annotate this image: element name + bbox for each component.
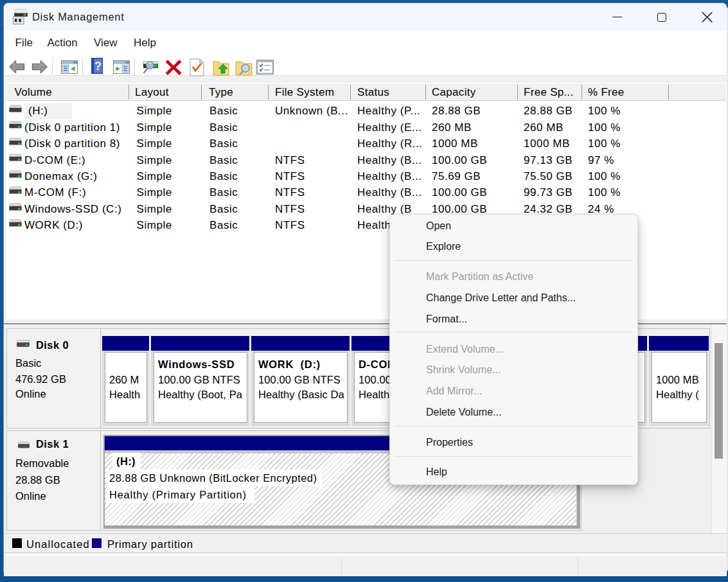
svg-text:?: ? (94, 60, 102, 73)
